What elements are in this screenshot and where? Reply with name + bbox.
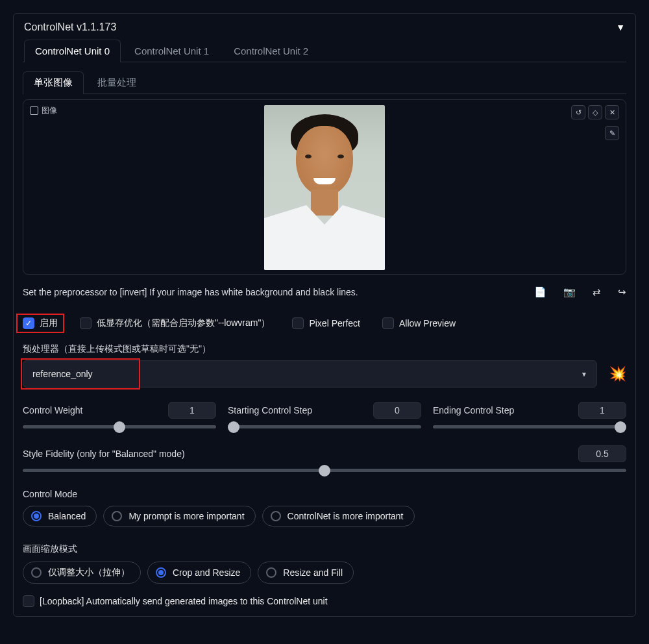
end-step-block: Ending Control Step 1 [433, 402, 626, 428]
enable-highlight: ✓ 启用 [16, 314, 64, 333]
control-mode-prompt[interactable]: My prompt is more important [103, 506, 255, 526]
style-fidelity-value[interactable]: 0.5 [578, 445, 626, 462]
resize-crop[interactable]: Crop and Resize [147, 562, 251, 584]
slider-row-3: Control Weight 1 Starting Control Step 0… [23, 402, 626, 428]
close-icon[interactable]: ✕ [605, 105, 619, 119]
radio-icon [156, 567, 166, 578]
control-weight-value[interactable]: 1 [168, 402, 216, 419]
start-step-block: Starting Control Step 0 [228, 402, 421, 428]
resize-fill[interactable]: Resize and Fill [258, 562, 354, 584]
slider-thumb[interactable] [319, 465, 330, 477]
send-icon[interactable]: ↪ [618, 286, 626, 298]
tab-single-image[interactable]: 单张图像 [23, 71, 84, 93]
checkbox-icon [80, 317, 92, 329]
hint-row: Set the preprocessor to [invert] If your… [23, 286, 626, 298]
control-mode-balanced[interactable]: Balanced [23, 506, 97, 526]
resize-mode-options: 仅调整大小（拉伸） Crop and Resize Resize and Fil… [23, 562, 626, 584]
tab-unit-1[interactable]: ControlNet Unit 1 [123, 40, 220, 62]
loopback-checkbox[interactable]: [Loopback] Automatically send generated … [23, 595, 626, 607]
style-fidelity-slider[interactable] [23, 469, 626, 472]
panel-header[interactable]: ControlNet v1.1.173 ▼ [23, 18, 626, 40]
start-step-value[interactable]: 0 [373, 402, 421, 419]
enable-checkbox[interactable]: ✓ 启用 [23, 317, 58, 329]
tool-icons: 📄 📷 ⇄ ↪ [534, 286, 626, 298]
preprocessor-row: reference_only ▼ 💥 [23, 360, 626, 388]
preprocessor-label: 预处理器（直接上传模式图或草稿时可选"无"） [23, 343, 626, 355]
resize-mode-title: 画面缩放模式 [23, 543, 626, 555]
unit-tabs: ControlNet Unit 0 ControlNet Unit 1 Cont… [23, 40, 626, 62]
camera-icon[interactable]: 📷 [563, 286, 576, 298]
style-fidelity-block: Style Fidelity (only for "Balanced" mode… [23, 445, 626, 472]
control-mode-controlnet[interactable]: ControlNet is more important [262, 506, 415, 526]
checkbox-icon [23, 595, 34, 607]
control-mode-options: Balanced My prompt is more important Con… [23, 506, 626, 526]
tab-unit-2[interactable]: ControlNet Unit 2 [223, 40, 319, 62]
radio-icon [271, 511, 281, 521]
swap-icon[interactable]: ⇄ [593, 286, 601, 298]
end-step-value[interactable]: 1 [578, 402, 626, 419]
image-label: 图像 [30, 105, 57, 116]
slider-thumb[interactable] [228, 421, 239, 433]
start-step-slider[interactable] [228, 425, 421, 428]
control-weight-label: Control Weight [23, 405, 82, 415]
end-step-label: Ending Control Step [433, 405, 514, 415]
radio-icon [112, 511, 122, 521]
control-weight-slider[interactable] [23, 425, 216, 428]
start-step-label: Starting Control Step [228, 405, 312, 415]
lowvram-checkbox[interactable]: 低显存优化（需配合启动参数"--lowvram"） [80, 317, 270, 329]
pixel-perfect-checkbox[interactable]: Pixel Perfect [292, 317, 360, 329]
image-drop-area[interactable]: 图像 ↺ ◇ ✕ ✎ [23, 99, 626, 275]
resize-stretch[interactable]: 仅调整大小（拉伸） [23, 562, 141, 584]
slider-thumb[interactable] [615, 421, 626, 433]
image-actions: ↺ ◇ ✕ [571, 105, 619, 119]
chevron-down-icon: ▼ [581, 371, 587, 378]
control-weight-block: Control Weight 1 [23, 402, 216, 428]
preprocessor-value: reference_only [32, 369, 93, 379]
controlnet-panel: ControlNet v1.1.173 ▼ ControlNet Unit 0 … [13, 13, 636, 617]
allow-preview-checkbox[interactable]: Allow Preview [382, 317, 456, 329]
radio-icon [31, 511, 42, 521]
edit-icon[interactable]: ✎ [605, 126, 619, 140]
hint-text: Set the preprocessor to [invert] If your… [23, 287, 358, 297]
preprocessor-dropdown[interactable]: reference_only ▼ [23, 360, 597, 388]
doc-icon[interactable]: 📄 [534, 286, 546, 298]
mode-tabs: 单张图像 批量处理 [23, 71, 626, 94]
checkbox-icon [292, 317, 304, 329]
uploaded-image [264, 105, 385, 270]
checkbox-icon [382, 317, 394, 329]
erase-icon[interactable]: ◇ [588, 105, 602, 119]
toggle-row: ✓ 启用 低显存优化（需配合启动参数"--lowvram"） Pixel Per… [23, 317, 626, 329]
slider-thumb[interactable] [114, 421, 125, 433]
radio-icon [266, 567, 276, 578]
end-step-slider[interactable] [433, 425, 626, 428]
collapse-caret-icon[interactable]: ▼ [616, 22, 625, 32]
checkbox-icon: ✓ [23, 317, 34, 329]
panel-title: ControlNet v1.1.173 [24, 21, 116, 33]
image-icon [30, 106, 38, 115]
preview-blast-icon[interactable]: 💥 [609, 365, 626, 382]
style-fidelity-label: Style Fidelity (only for "Balanced" mode… [23, 449, 185, 459]
tab-batch[interactable]: 批量处理 [86, 71, 147, 93]
tab-unit-0[interactable]: ControlNet Unit 0 [24, 40, 121, 62]
radio-icon [31, 567, 42, 578]
control-mode-title: Control Mode [23, 489, 626, 499]
undo-icon[interactable]: ↺ [571, 105, 585, 119]
